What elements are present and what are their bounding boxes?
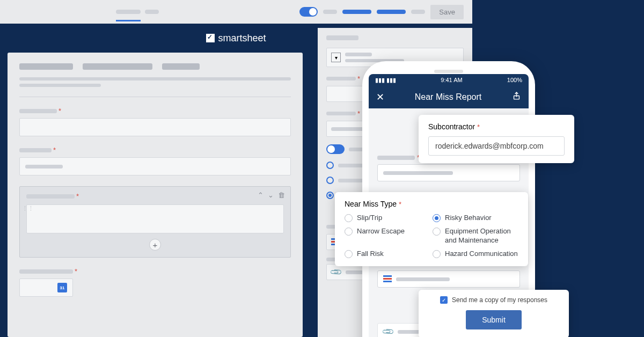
nav-bar: ✕ Near Miss Report [369,86,529,108]
description-line [19,84,101,87]
radio-fall-risk[interactable]: Fall Risk [345,250,425,259]
subcontractor-card: Subcontractor * roderick.edwards@mbfcorp… [419,115,574,163]
send-copy-row[interactable]: ✓ Send me a copy of my responses [427,296,560,304]
field-block[interactable]: * [19,146,291,175]
status-battery: 100% [507,77,522,83]
subcontractor-input[interactable]: roderick.edwards@mbfcorp.com [428,136,565,156]
field-editing-block[interactable]: ⋮⋮ ⌃ ⌄ 🗑 * + [19,186,291,258]
date-grid-icon [383,275,392,283]
toggle-option[interactable] [326,144,345,154]
publish-toggle[interactable] [299,7,318,17]
status-time: 9:41 AM [441,77,462,83]
text-input[interactable] [19,118,291,136]
phone-speaker [434,70,463,73]
textarea-input[interactable] [26,204,284,233]
drag-handle-icon[interactable]: ⋮⋮ [22,205,34,212]
attachment-icon: 📎 [381,325,395,337]
phone-input[interactable] [377,164,520,181]
smartsheet-logo-icon [206,34,215,42]
phone-date-input[interactable] [377,270,520,288]
submit-card: ✓ Send me a copy of my responses Submit [419,290,569,337]
form-builder-panel: * * ⋮⋮ ⌃ ⌄ 🗑 * + * 31 [8,53,303,337]
progress-segment [411,10,425,14]
tab-2[interactable] [145,10,159,14]
form-meta-placeholder [162,63,200,70]
field-block[interactable]: * 31 [19,267,291,297]
signal-icon: ▮▮▮ ▮▮▮ [375,77,396,84]
radio-option[interactable] [326,162,334,169]
tab-group [116,10,159,14]
delete-icon[interactable]: 🗑 [278,191,285,199]
radio-slip-trip[interactable]: Slip/Trip [345,214,425,223]
save-button[interactable]: Save [430,5,464,19]
share-icon[interactable] [512,91,521,103]
progress-segment [342,10,371,14]
radio-risky-behavior[interactable]: Risky Behavior [433,214,518,223]
move-up-icon[interactable]: ⌃ [258,191,264,199]
progress-segment [323,10,337,14]
near-miss-label: Near Miss Type * [345,200,518,208]
divider [19,97,291,97]
send-copy-label: Send me a copy of my responses [452,296,547,304]
form-title-placeholder [19,63,73,70]
text-input[interactable] [19,157,291,175]
builder-toolbar: Save [0,0,472,24]
progress-segment [377,10,406,14]
radio-hazard-comm[interactable]: Hazard Communication [433,250,518,259]
calendar-icon: 31 [57,283,67,292]
field-block[interactable]: * [19,107,291,136]
radio-option[interactable] [326,177,334,184]
radio-equipment[interactable]: Equipment Operation and Maintenance [433,227,518,245]
close-icon[interactable]: ✕ [376,91,384,103]
status-bar: ▮▮▮ ▮▮▮ 9:41 AM 100% [369,74,529,86]
submit-button[interactable]: Submit [466,310,522,329]
checkbox-checked-icon[interactable]: ✓ [440,296,448,304]
description-line [19,77,291,80]
tab-1[interactable] [116,10,141,14]
attachment-icon: 📎 [329,265,343,279]
radio-option-selected[interactable] [326,192,334,199]
add-field-button[interactable]: + [149,239,161,251]
screen-title: Near Miss Report [415,92,481,102]
dropdown-icon: ▾ [331,53,341,62]
radio-narrow-escape[interactable]: Narrow Escape [345,227,425,245]
subcontractor-label: Subcontractor * [428,122,565,131]
brand-name: smartsheet [218,33,266,44]
form-subtitle-placeholder [83,63,152,70]
required-asterisk: * [477,123,480,131]
move-down-icon[interactable]: ⌄ [268,191,274,199]
near-miss-type-card: Near Miss Type * Slip/Trip Risky Behavio… [335,192,528,266]
date-input[interactable]: 31 [19,279,73,297]
required-asterisk: * [58,107,61,115]
